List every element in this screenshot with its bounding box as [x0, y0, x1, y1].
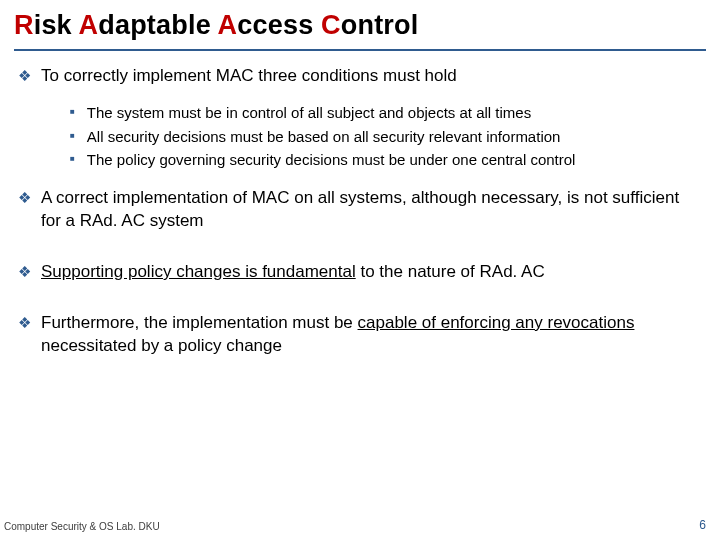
square-bullet-icon: ■: [70, 149, 75, 171]
diamond-bullet-icon: ❖: [18, 65, 31, 88]
bullet-1: ❖ To correctly implement MAC three condi…: [18, 65, 702, 88]
bullet-text: Supporting policy changes is fundamental…: [41, 261, 545, 284]
title-initial-c: C: [321, 10, 341, 40]
sub-bullet-text: The policy governing security decisions …: [87, 149, 576, 171]
slide-body: ❖ To correctly implement MAC three condi…: [0, 51, 720, 358]
title-initial-r: R: [14, 10, 34, 40]
bullet-text: A correct implementation of MAC on all s…: [41, 187, 702, 233]
underlined-text: capable of enforcing any revocations: [358, 313, 635, 332]
square-bullet-icon: ■: [70, 102, 75, 124]
sub-bullet-text: All security decisions must be based on …: [87, 126, 561, 148]
underlined-text: Supporting policy changes is fundamental: [41, 262, 356, 281]
diamond-bullet-icon: ❖: [18, 187, 31, 233]
bullet-text: To correctly implement MAC three conditi…: [41, 65, 457, 88]
bullet-2: ❖ A correct implementation of MAC on all…: [18, 187, 702, 233]
sub-bullet-text: The system must be in control of all sub…: [87, 102, 531, 124]
page-number: 6: [699, 518, 706, 532]
sub-bullet-1: ■ The system must be in control of all s…: [70, 102, 702, 124]
sub-bullet-2: ■ All security decisions must be based o…: [70, 126, 702, 148]
bullet-3: ❖ Supporting policy changes is fundament…: [18, 261, 702, 284]
footer-lab: Computer Security & OS Lab. DKU: [4, 521, 160, 532]
title-initial-a2: A: [218, 10, 238, 40]
square-bullet-icon: ■: [70, 126, 75, 148]
slide-title: Risk Adaptable Access Control: [0, 0, 720, 45]
sub-bullet-3: ■ The policy governing security decision…: [70, 149, 702, 171]
diamond-bullet-icon: ❖: [18, 261, 31, 284]
bullet-4: ❖ Furthermore, the implementation must b…: [18, 312, 702, 358]
slide: Risk Adaptable Access Control ❖ To corre…: [0, 0, 720, 540]
diamond-bullet-icon: ❖: [18, 312, 31, 358]
title-initial-a1: A: [79, 10, 99, 40]
sub-bullet-list: ■ The system must be in control of all s…: [70, 102, 702, 171]
bullet-text: Furthermore, the implementation must be …: [41, 312, 702, 358]
